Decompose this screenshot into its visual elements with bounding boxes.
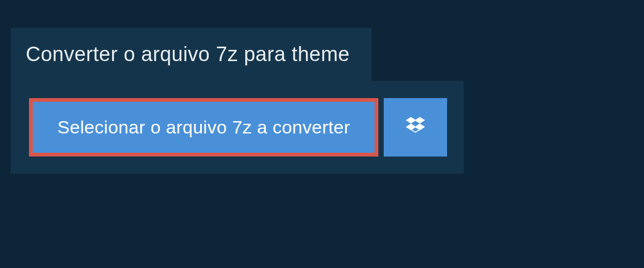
action-panel: Selecionar o arquivo 7z a converter	[11, 81, 464, 174]
dropbox-button[interactable]	[384, 98, 447, 157]
title-bar: Converter o arquivo 7z para theme	[11, 28, 371, 81]
select-file-button[interactable]: Selecionar o arquivo 7z a converter	[29, 98, 378, 157]
dropbox-icon	[404, 115, 427, 140]
select-file-label: Selecionar o arquivo 7z a converter	[57, 117, 350, 138]
button-row: Selecionar o arquivo 7z a converter	[29, 98, 445, 157]
page-title: Converter o arquivo 7z para theme	[26, 43, 350, 66]
